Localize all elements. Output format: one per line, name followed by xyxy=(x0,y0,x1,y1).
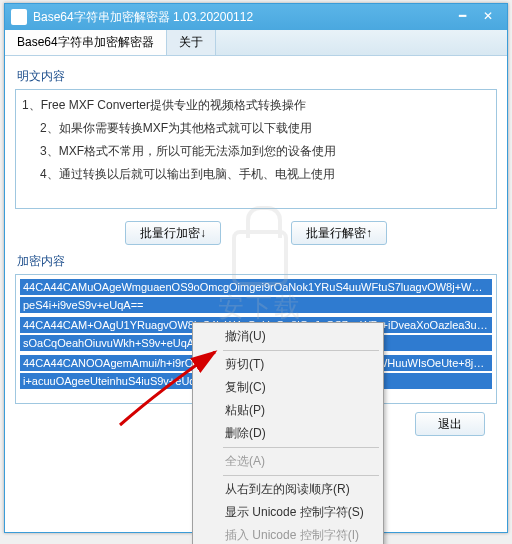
exit-button[interactable]: 退出 xyxy=(415,412,485,436)
tabbar: Base64字符串加密解密器 关于 xyxy=(5,30,507,56)
plaintext-box[interactable]: 1、Free MXF Converter提供专业的视频格式转换操作 2、如果你需… xyxy=(15,89,497,209)
encrypt-button[interactable]: 批量行加密↓ xyxy=(125,221,221,245)
list-item: 44CA44CAMuOAgeWmguaenOS9oOmcgOimgei9rOaN… xyxy=(20,279,492,295)
list-item: 1、Free MXF Converter提供专业的视频格式转换操作 xyxy=(22,94,490,117)
menu-paste[interactable]: 粘贴(P) xyxy=(195,399,381,422)
list-item: 3、MXF格式不常用，所以可能无法添加到您的设备使用 xyxy=(22,140,490,163)
menu-insert[interactable]: 插入 Unicode 控制字符(I) xyxy=(195,524,381,544)
ciphertext-label: 加密内容 xyxy=(17,253,497,270)
menu-copy[interactable]: 复制(C) xyxy=(195,376,381,399)
minimize-button[interactable]: ━ xyxy=(449,7,475,27)
list-item: 2、如果你需要转换MXF为其他格式就可以下载使用 xyxy=(22,117,490,140)
plaintext-label: 明文内容 xyxy=(17,68,497,85)
menu-undo[interactable]: 撤消(U) xyxy=(195,325,381,348)
titlebar: Base64字符串加密解密器 1.03.20200112 ━ ✕ xyxy=(5,4,507,30)
menu-delete[interactable]: 删除(D) xyxy=(195,422,381,445)
list-item: 4、通过转换以后就可以输出到电脑、手机、电视上使用 xyxy=(22,163,490,186)
tab-about[interactable]: 关于 xyxy=(167,30,216,55)
menu-separator xyxy=(223,475,379,476)
context-menu: 撤消(U) 剪切(T) 复制(C) 粘贴(P) 删除(D) 全选(A) 从右到左… xyxy=(192,322,384,544)
menu-unicode[interactable]: 显示 Unicode 控制字符(S) xyxy=(195,501,381,524)
tab-main[interactable]: Base64字符串加密解密器 xyxy=(5,30,167,55)
decrypt-button[interactable]: 批量行解密↑ xyxy=(291,221,387,245)
list-item: peS4i+i9veS9v+eUqA== xyxy=(20,297,492,313)
close-button[interactable]: ✕ xyxy=(475,7,501,27)
menu-rtl[interactable]: 从右到左的阅读顺序(R) xyxy=(195,478,381,501)
window-title: Base64字符串加密解密器 1.03.20200112 xyxy=(33,9,449,26)
menu-selectall[interactable]: 全选(A) xyxy=(195,450,381,473)
menu-separator xyxy=(223,350,379,351)
menu-separator xyxy=(223,447,379,448)
button-row: 批量行加密↓ 批量行解密↑ xyxy=(15,221,497,245)
app-icon xyxy=(11,9,27,25)
menu-cut[interactable]: 剪切(T) xyxy=(195,353,381,376)
